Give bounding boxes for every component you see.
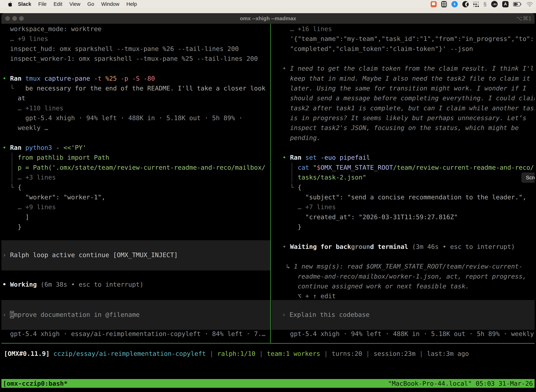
menu-item-view[interactable]: View: [66, 1, 84, 7]
terminal-line: "worker": "worker-1",: [2, 192, 270, 202]
terminal-line: › Improve documentation in @filename: [2, 310, 270, 320]
terminal-line: pending.: [282, 133, 535, 143]
input-source-icon[interactable]: A: [502, 1, 509, 7]
terminal-line: workspace_mode: worktree: [2, 24, 270, 34]
terminal-line: [2, 300, 270, 310]
messenger-icon[interactable]: [451, 1, 458, 7]
terminal-line: [2, 260, 270, 270]
terminal-line: p = Path('.omx/state/team/review-current…: [2, 163, 270, 173]
window-shortcut: ⌥⌘1: [516, 13, 531, 24]
terminal-line: [2, 133, 270, 143]
terminal-line: [282, 143, 535, 153]
menu-item-slack[interactable]: Slack: [14, 1, 35, 7]
terminal-line: ]: [2, 212, 270, 222]
apple-menu-icon[interactable]: [7, 1, 13, 7]
terminal-line: … +16 lines: [282, 24, 535, 34]
terminal-line: should send a message before completing …: [282, 93, 535, 103]
screen: Slack File Edit View Go Window Help § ..…: [0, 0, 536, 392]
terminal-line: • Ran tmux capture-pane -t %25 -p -S -80: [2, 74, 270, 84]
terminal-line: readme-and-reco/mailbox/worker-1.json, a…: [282, 271, 535, 281]
terminal-block: gpt-5.4 xhigh · 94% left · 488K in · 5.1…: [282, 329, 535, 339]
terminal-line: └ {: [282, 182, 535, 192]
terminal-block: workspace_mode: worktree … +9 lines insp…: [2, 24, 270, 232]
menu-items: Slack File Edit View Go Window Help: [14, 1, 140, 7]
tmux-session-label[interactable]: [omx-cczip0:bash*: [3, 380, 67, 387]
desktop-strip: [0, 8, 536, 13]
terminal-line: • I need to get the claim token from the…: [282, 64, 535, 73]
terminal-line: "subject": "send a concise recommendatio…: [282, 192, 535, 202]
right-pane[interactable]: Scre … +16 lines '{"team_name":"my-team"…: [271, 24, 535, 344]
terminal-line: • Working (6m 38s • esc to interrupt): [2, 280, 270, 289]
terminal-line: [2, 240, 270, 250]
terminal-line: }: [2, 222, 270, 232]
terminal-line: … +7 lines: [282, 202, 535, 212]
menu-bar: Slack File Edit View Go Window Help § ..…: [0, 0, 536, 8]
chat-app-icon[interactable]: [431, 1, 437, 7]
terminal-line: gpt-5.4 xhigh · essay/ai-reimplementatio…: [2, 329, 270, 339]
terminal-line: ↳ 1 new msg(s): read $OMX_TEAM_STATE_ROO…: [282, 261, 535, 271]
terminal-line: at: [2, 93, 270, 103]
terminal-line: [2, 320, 270, 330]
terminal-line: inspect_hud: omx sparkshell --tmux-pane …: [2, 44, 270, 54]
terminal-line: weekly …: [2, 123, 270, 133]
hud-status-line: [OMX#0.11.9] cczip/essay/ai-reimplementa…: [2, 349, 534, 359]
terminal-window: omx --xhigh --madmax ⌥⌘1 workspace_mode:…: [1, 13, 535, 392]
menu-item-go[interactable]: Go: [84, 1, 98, 7]
wifi-icon[interactable]: [526, 2, 533, 7]
terminal-line: └ be necessary for the end of the README…: [2, 84, 270, 93]
tmux-host-label: "MacBook-Pro-44.local" 05:03 31-Mar-26: [388, 380, 533, 387]
terminal-line: later. Using the same for transition mig…: [282, 84, 535, 93]
terminal-line: inspect_worker-1: omx sparkshell --tmux-…: [2, 54, 270, 64]
menu-item-file[interactable]: File: [35, 1, 50, 7]
tmux-status-bar: [omx-cczip0:bash* "MacBook-Pro-44.local"…: [1, 379, 535, 388]
battery-icon[interactable]: [513, 2, 522, 6]
terminal-line: … +9 lines: [2, 34, 270, 44]
terminal-line: keep that in mind. Maybe I also need the…: [282, 74, 535, 84]
terminal-line: inspect task2's JSON, focusing on the st…: [282, 123, 535, 133]
terminal-line: cat "$OMX_TEAM_STATE_ROOT/team/review-cu…: [282, 163, 535, 173]
terminal-line: … +3 lines: [2, 173, 270, 182]
terminal-line: is in progress? It seems likely but perh…: [282, 113, 535, 123]
terminal-block: gpt-5.4 xhigh · essay/ai-reimplementatio…: [2, 329, 270, 339]
terminal-line: tasks/task-2.json": [282, 173, 535, 182]
terminal-line: [282, 252, 535, 261]
terminal-line: ⌥ + ↑ edit: [282, 291, 535, 301]
menu-item-edit[interactable]: Edit: [50, 1, 66, 7]
terminal-line: [282, 320, 535, 330]
terminal-line: "created_at": "2026-03-31T11:59:27.816Z": [282, 212, 535, 222]
terminal-band[interactable]: › Improve documentation in @filename: [1, 300, 270, 330]
terminal-line: '{"team_name":"my-team","task_id":"1","f…: [282, 34, 535, 44]
terminal-block: • Working (6m 38s • esc to interrupt): [2, 280, 270, 289]
terminal-line: continue assigned work or next feasible …: [282, 281, 535, 291]
terminal-band[interactable]: › Explain this codebase: [271, 300, 535, 330]
terminal-line: › Ralph loop active continue [OMX_TMUX_I…: [2, 250, 270, 260]
right-pane-bottom-border: [271, 343, 535, 344]
squiggle-icon[interactable]: §: [483, 1, 487, 7]
terminal-line: [OMX#0.11.9] cczip/essay/ai-reimplementa…: [4, 349, 534, 359]
badge-61-icon[interactable]: ..61: [491, 1, 498, 7]
menu-item-window[interactable]: Window: [98, 1, 123, 7]
left-pane[interactable]: workspace_mode: worktree … +9 lines insp…: [1, 24, 270, 344]
terminal-line: • Ran set -euo pipefail: [282, 153, 535, 163]
terminal-line: gpt-5.4 xhigh · 94% left · 488K in · 5.1…: [282, 329, 535, 339]
terminal-line: [2, 64, 270, 73]
menu-item-help[interactable]: Help: [123, 1, 140, 7]
terminal-band[interactable]: › Ralph loop active continue [OMX_TMUX_I…: [1, 240, 270, 271]
terminal-line: • Ran python3 - <<'PY': [2, 143, 270, 153]
dots-grid-icon[interactable]: [473, 1, 479, 7]
terminal-line: [282, 232, 535, 242]
terminal-line: "completed","claim_token":"claim-token"}…: [282, 44, 535, 54]
terminal-line: [282, 54, 535, 64]
terminal-line: › Explain this codebase: [282, 310, 535, 320]
kiwi-browser-icon[interactable]: [462, 1, 469, 7]
terminal-line: … +110 lines: [2, 103, 270, 113]
terminal-line: └ {: [2, 182, 270, 192]
terminal-line: … +9 lines: [2, 202, 270, 212]
window-titlebar[interactable]: omx --xhigh --madmax ⌥⌘1: [1, 13, 535, 24]
terminal-line: task2 after task1 is complete, but can I…: [282, 103, 535, 113]
left-pane-bottom-border: [1, 343, 271, 344]
window-title: omx --xhigh --madmax: [1, 13, 535, 24]
terminal-line: gpt-5.4 xhigh · 94% left · 488K in · 5.1…: [2, 113, 270, 123]
grid-app-icon[interactable]: [441, 1, 447, 7]
terminal-line: }: [282, 222, 535, 232]
